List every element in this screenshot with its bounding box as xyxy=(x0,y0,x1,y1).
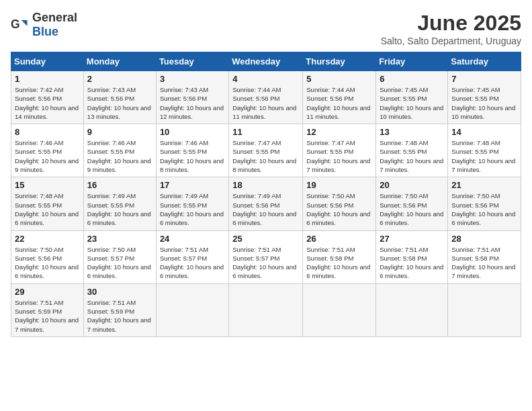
daylight-text: Daylight: 10 hours and 7 minutes. xyxy=(306,157,370,173)
daylight-text: Daylight: 10 hours and 7 minutes. xyxy=(15,316,79,332)
sunset-text: Sunset: 5:55 PM xyxy=(15,201,62,209)
sunset-text: Sunset: 5:58 PM xyxy=(451,255,498,262)
sunset-text: Sunset: 5:56 PM xyxy=(306,95,353,102)
day-of-week-header: Saturday xyxy=(448,52,521,71)
sunset-text: Sunset: 5:56 PM xyxy=(232,201,279,209)
calendar-cell xyxy=(448,283,521,336)
sunrise-text: Sunrise: 7:51 AM xyxy=(306,246,355,253)
day-number: 3 xyxy=(160,74,225,84)
calendar-cell: 3 Sunrise: 7:43 AM Sunset: 5:56 PM Dayli… xyxy=(156,71,228,124)
location-subtitle: Salto, Salto Department, Uruguay xyxy=(381,36,521,46)
day-number: 10 xyxy=(160,127,225,137)
day-number: 21 xyxy=(451,180,517,190)
day-info: Sunrise: 7:51 AM Sunset: 5:57 PM Dayligh… xyxy=(160,245,225,281)
calendar-table: SundayMondayTuesdayWednesdayThursdayFrid… xyxy=(11,52,521,337)
calendar-cell: 16 Sunrise: 7:49 AM Sunset: 5:55 PM Dayl… xyxy=(83,177,156,230)
sunset-text: Sunset: 5:57 PM xyxy=(160,255,207,262)
calendar-cell: 20 Sunrise: 7:50 AM Sunset: 5:56 PM Dayl… xyxy=(376,177,448,230)
day-info: Sunrise: 7:49 AM Sunset: 5:56 PM Dayligh… xyxy=(232,191,299,227)
calendar-cell: 12 Sunrise: 7:47 AM Sunset: 5:55 PM Dayl… xyxy=(303,124,376,177)
calendar-cell: 24 Sunrise: 7:51 AM Sunset: 5:57 PM Dayl… xyxy=(156,230,228,283)
day-number: 29 xyxy=(15,287,80,297)
calendar-cell: 21 Sunrise: 7:50 AM Sunset: 5:56 PM Dayl… xyxy=(448,177,521,230)
calendar-cell: 17 Sunrise: 7:49 AM Sunset: 5:55 PM Dayl… xyxy=(156,177,228,230)
daylight-text: Daylight: 10 hours and 8 minutes. xyxy=(232,157,296,173)
calendar-cell: 18 Sunrise: 7:49 AM Sunset: 5:56 PM Dayl… xyxy=(229,177,303,230)
day-number: 12 xyxy=(306,127,372,137)
svg-marker-1 xyxy=(21,20,28,26)
calendar-cell: 4 Sunrise: 7:44 AM Sunset: 5:56 PM Dayli… xyxy=(229,71,303,124)
day-number: 25 xyxy=(232,234,299,244)
sunset-text: Sunset: 5:56 PM xyxy=(451,201,498,209)
calendar-body: 1 Sunrise: 7:42 AM Sunset: 5:56 PM Dayli… xyxy=(11,71,521,337)
calendar-cell xyxy=(376,283,448,336)
sunset-text: Sunset: 5:55 PM xyxy=(380,95,427,102)
sunrise-text: Sunrise: 7:51 AM xyxy=(380,246,428,253)
day-number: 22 xyxy=(15,234,80,244)
calendar-cell: 13 Sunrise: 7:48 AM Sunset: 5:55 PM Dayl… xyxy=(376,124,448,177)
calendar-header-row: SundayMondayTuesdayWednesdayThursdayFrid… xyxy=(11,52,521,71)
calendar-cell: 27 Sunrise: 7:51 AM Sunset: 5:58 PM Dayl… xyxy=(376,230,448,283)
daylight-text: Daylight: 10 hours and 6 minutes. xyxy=(160,263,224,279)
daylight-text: Daylight: 10 hours and 6 minutes. xyxy=(87,210,151,226)
daylight-text: Daylight: 10 hours and 10 minutes. xyxy=(451,104,515,120)
day-number: 17 xyxy=(160,180,225,190)
calendar-cell: 1 Sunrise: 7:42 AM Sunset: 5:56 PM Dayli… xyxy=(11,71,84,124)
day-info: Sunrise: 7:51 AM Sunset: 5:59 PM Dayligh… xyxy=(15,298,80,334)
sunrise-text: Sunrise: 7:50 AM xyxy=(451,192,500,199)
day-info: Sunrise: 7:49 AM Sunset: 5:55 PM Dayligh… xyxy=(160,191,225,227)
day-info: Sunrise: 7:50 AM Sunset: 5:56 PM Dayligh… xyxy=(451,191,517,227)
sunset-text: Sunset: 5:56 PM xyxy=(232,95,279,102)
calendar-cell: 7 Sunrise: 7:45 AM Sunset: 5:55 PM Dayli… xyxy=(448,71,521,124)
daylight-text: Daylight: 10 hours and 6 minutes. xyxy=(160,210,224,226)
calendar-cell: 15 Sunrise: 7:48 AM Sunset: 5:55 PM Dayl… xyxy=(11,177,84,230)
sunset-text: Sunset: 5:56 PM xyxy=(15,255,62,262)
calendar-cell: 30 Sunrise: 7:51 AM Sunset: 5:59 PM Dayl… xyxy=(83,283,156,336)
sunset-text: Sunset: 5:55 PM xyxy=(87,148,134,155)
sunset-text: Sunset: 5:56 PM xyxy=(15,95,62,102)
daylight-text: Daylight: 10 hours and 12 minutes. xyxy=(160,104,224,120)
day-info: Sunrise: 7:45 AM Sunset: 5:55 PM Dayligh… xyxy=(380,85,444,121)
sunrise-text: Sunrise: 7:46 AM xyxy=(15,139,63,146)
sunset-text: Sunset: 5:55 PM xyxy=(15,148,62,155)
day-info: Sunrise: 7:51 AM Sunset: 5:58 PM Dayligh… xyxy=(380,245,444,281)
sunset-text: Sunset: 5:55 PM xyxy=(451,148,498,155)
sunrise-text: Sunrise: 7:47 AM xyxy=(306,139,355,146)
daylight-text: Daylight: 10 hours and 6 minutes. xyxy=(87,263,151,279)
day-number: 13 xyxy=(380,127,444,137)
calendar-cell: 25 Sunrise: 7:51 AM Sunset: 5:57 PM Dayl… xyxy=(229,230,303,283)
day-info: Sunrise: 7:47 AM Sunset: 5:55 PM Dayligh… xyxy=(306,138,372,174)
day-of-week-header: Tuesday xyxy=(156,52,228,71)
calendar-cell: 23 Sunrise: 7:50 AM Sunset: 5:57 PM Dayl… xyxy=(83,230,156,283)
day-of-week-header: Sunday xyxy=(11,52,84,71)
calendar-week-row: 1 Sunrise: 7:42 AM Sunset: 5:56 PM Dayli… xyxy=(11,71,521,124)
sunset-text: Sunset: 5:58 PM xyxy=(306,255,353,262)
daylight-text: Daylight: 10 hours and 6 minutes. xyxy=(232,210,296,226)
daylight-text: Daylight: 10 hours and 6 minutes. xyxy=(380,263,443,279)
sunrise-text: Sunrise: 7:50 AM xyxy=(380,192,428,199)
sunrise-text: Sunrise: 7:48 AM xyxy=(15,192,63,199)
daylight-text: Daylight: 10 hours and 6 minutes. xyxy=(15,263,79,279)
logo: G General Blue xyxy=(11,11,77,39)
day-number: 18 xyxy=(232,180,299,190)
day-number: 5 xyxy=(306,74,372,84)
sunset-text: Sunset: 5:56 PM xyxy=(306,201,353,209)
day-number: 7 xyxy=(451,74,517,84)
month-title: June 2025 xyxy=(381,11,521,36)
calendar-cell: 22 Sunrise: 7:50 AM Sunset: 5:56 PM Dayl… xyxy=(11,230,84,283)
sunset-text: Sunset: 5:55 PM xyxy=(87,201,134,209)
day-info: Sunrise: 7:51 AM Sunset: 5:57 PM Dayligh… xyxy=(232,245,299,281)
daylight-text: Daylight: 10 hours and 6 minutes. xyxy=(15,210,79,226)
sunrise-text: Sunrise: 7:45 AM xyxy=(451,86,500,93)
day-number: 8 xyxy=(15,127,80,137)
daylight-text: Daylight: 10 hours and 9 minutes. xyxy=(15,157,79,173)
calendar-cell xyxy=(156,283,228,336)
daylight-text: Daylight: 10 hours and 6 minutes. xyxy=(306,263,370,279)
day-info: Sunrise: 7:43 AM Sunset: 5:56 PM Dayligh… xyxy=(160,85,225,121)
calendar-cell: 29 Sunrise: 7:51 AM Sunset: 5:59 PM Dayl… xyxy=(11,283,84,336)
day-info: Sunrise: 7:44 AM Sunset: 5:56 PM Dayligh… xyxy=(306,85,372,121)
calendar-cell: 11 Sunrise: 7:47 AM Sunset: 5:55 PM Dayl… xyxy=(229,124,303,177)
daylight-text: Daylight: 10 hours and 13 minutes. xyxy=(87,104,151,120)
sunrise-text: Sunrise: 7:51 AM xyxy=(87,299,136,306)
sunrise-text: Sunrise: 7:44 AM xyxy=(306,86,355,93)
